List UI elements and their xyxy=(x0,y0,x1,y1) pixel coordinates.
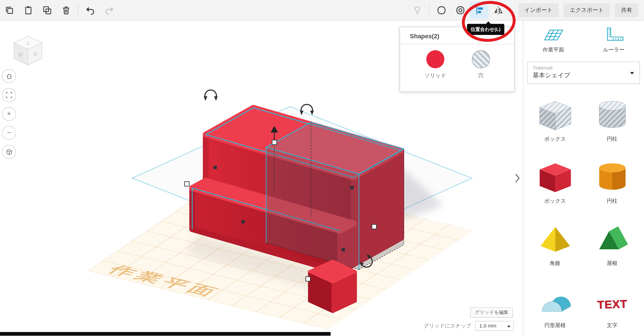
solid-swatch-icon[interactable] xyxy=(426,50,444,68)
view-controls: + − xyxy=(2,69,16,159)
undo-icon[interactable] xyxy=(81,1,100,19)
viewcube-front-label: 前 xyxy=(18,52,23,58)
viewcube-right-label: 右 xyxy=(33,51,38,57)
workplane-tool-label: 作業平面 xyxy=(543,46,564,54)
cylinder-hole-icon xyxy=(593,99,631,132)
perspective-toggle-button[interactable] xyxy=(2,145,16,159)
mirror-icon[interactable] xyxy=(488,1,507,19)
shape-tile-cylinder-orange[interactable]: 円柱 xyxy=(584,161,641,205)
ungroup-icon[interactable] xyxy=(451,1,470,19)
workplane-tool[interactable]: 作業平面 xyxy=(523,27,584,54)
cylinder-orange-icon xyxy=(593,161,631,194)
chevron-down-icon xyxy=(630,72,634,74)
ruler-tool[interactable]: ルーラー xyxy=(584,27,644,54)
svg-text:TEXT: TEXT xyxy=(597,297,628,311)
import-button[interactable]: インポート xyxy=(518,3,558,17)
library-brand: Tinkercad xyxy=(533,65,634,70)
topbar-buttons: インポート エクスポート 共有 xyxy=(518,3,638,17)
shape-tile-label: 屋根 xyxy=(607,260,618,267)
paste-icon[interactable] xyxy=(19,1,38,19)
shape-tile-label: 円形屋根 xyxy=(544,322,566,329)
shape-inspector-panel: Shapes(2) ソリッド 穴 xyxy=(400,27,514,92)
shape-tile-label: 円柱 xyxy=(607,135,618,143)
snap-grid-select[interactable]: 1.0 mm xyxy=(475,321,514,331)
shape-tile-cylinder-hole[interactable]: 円柱 xyxy=(584,99,641,143)
toolbar-divider xyxy=(78,4,78,16)
round-roof-cyan-icon xyxy=(536,285,574,318)
duplicate-icon[interactable] xyxy=(38,1,56,19)
shape-tiles-grid: ボックス 円柱 ボックス xyxy=(523,99,644,329)
home-view-button[interactable] xyxy=(2,69,16,83)
text-shape-icon: TEXT xyxy=(593,285,631,318)
top-toolbar: インポート エクスポート 共有 xyxy=(0,0,644,21)
share-button[interactable]: 共有 xyxy=(615,3,638,17)
hole-swatch-icon[interactable] xyxy=(472,50,490,68)
pyramid-yellow-icon xyxy=(536,223,574,256)
edit-grid-button[interactable]: グリッドを編集 xyxy=(470,307,513,318)
shape-tile-box-red[interactable]: ボックス xyxy=(526,161,584,205)
solid-option[interactable]: ソリッド xyxy=(424,50,446,79)
snap-grid-label: グリッドにスナップ xyxy=(424,322,471,329)
caret-up-icon xyxy=(507,325,510,327)
viewcube-top-label: 上 xyxy=(26,41,30,46)
library-selected: 基本シェイプ xyxy=(533,72,634,80)
fit-view-button[interactable] xyxy=(2,88,16,102)
bottom-video-bar xyxy=(0,332,331,336)
redo-icon[interactable] xyxy=(100,1,118,19)
ruler-tool-label: ルーラー xyxy=(603,46,625,54)
align-tooltip: 位置合わせ(L) xyxy=(467,24,504,35)
group-icon[interactable] xyxy=(432,1,451,19)
shape-tile-label: ボックス xyxy=(544,198,566,205)
view-cube[interactable]: 上 前 右 xyxy=(11,34,45,68)
shape-tile-box-hole[interactable]: ボックス xyxy=(526,99,584,143)
hole-box-shape[interactable] xyxy=(266,122,404,269)
shape-tile-label: ボックス xyxy=(544,135,566,143)
solid-label: ソリッド xyxy=(424,72,446,79)
shape-tile-text[interactable]: TEXT 文字 xyxy=(584,285,641,329)
shape-tile-pyramid-yellow[interactable]: 角錐 xyxy=(526,223,584,267)
small-red-cube[interactable] xyxy=(309,261,356,312)
zoom-out-button[interactable]: − xyxy=(2,126,16,140)
shape-tile-label: 文字 xyxy=(607,322,618,329)
workplane-grid-icon xyxy=(544,27,563,43)
shape-tile-label: 角錐 xyxy=(550,260,560,267)
delete-icon[interactable] xyxy=(56,1,75,19)
roof-green-icon xyxy=(593,223,631,256)
shape-library-sidebar: 作業平面 ルーラー Tinkercad 基本シェイプ xyxy=(523,21,644,336)
ruler-icon xyxy=(604,27,624,43)
show-all-icon[interactable] xyxy=(408,1,426,19)
align-icon[interactable] xyxy=(470,1,488,19)
shape-tile-round-roof-cyan[interactable]: 円形屋根 xyxy=(526,285,584,329)
shape-tile-label: 円柱 xyxy=(607,198,618,205)
box-hole-icon xyxy=(536,99,574,132)
toolbar-divider xyxy=(429,4,430,16)
collapse-panel-chevron[interactable] xyxy=(514,172,522,184)
export-button[interactable]: エクスポート xyxy=(564,3,610,17)
shape-tile-roof-green[interactable]: 屋根 xyxy=(584,223,641,267)
snap-grid-controls: グリッドにスナップ 1.0 mm xyxy=(424,321,514,331)
shape-library-select[interactable]: Tinkercad 基本シェイプ xyxy=(527,62,640,84)
hole-option[interactable]: 穴 xyxy=(472,50,490,79)
hole-label: 穴 xyxy=(478,72,484,79)
zoom-in-button[interactable]: + xyxy=(2,107,16,121)
box-red-icon xyxy=(536,161,574,194)
copy-icon[interactable] xyxy=(0,1,19,19)
tinkercad-app: インポート エクスポート 共有 xyxy=(0,0,644,336)
snap-grid-value: 1.0 mm xyxy=(479,323,496,329)
